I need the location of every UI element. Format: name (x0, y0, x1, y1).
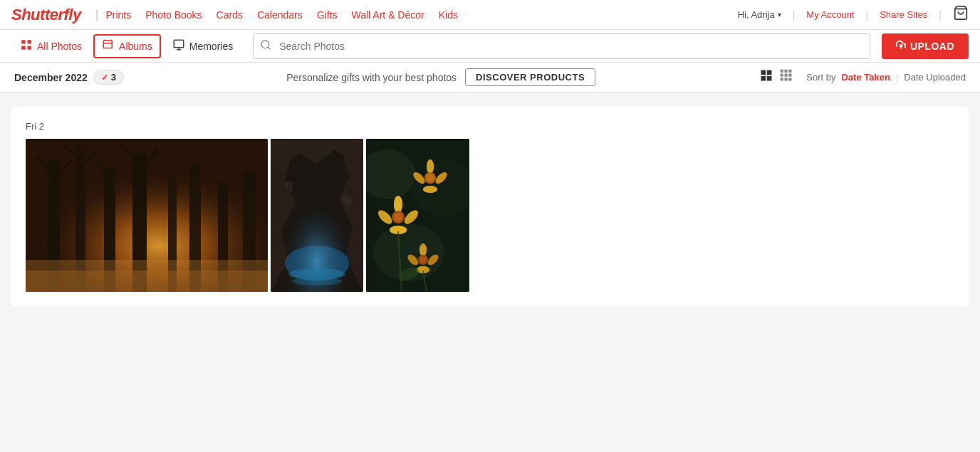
date-label: December 2022 ✓ 3 (14, 70, 124, 85)
sort-date-taken[interactable]: Date Taken (841, 72, 890, 83)
search-icon (260, 39, 271, 53)
svg-rect-17 (789, 70, 792, 73)
all-photos-tab[interactable]: All Photos (11, 34, 90, 58)
svg-rect-21 (781, 78, 783, 80)
photo-cave[interactable] (271, 139, 363, 292)
top-nav-right: Hi, Adrija ▾ | My Account | Share Sites … (738, 5, 969, 24)
photo-row (26, 139, 954, 292)
sep-1: | (793, 9, 796, 21)
sep-2: | (866, 9, 869, 21)
memories-label: Memories (189, 41, 233, 52)
albums-tab[interactable]: Albums (93, 34, 161, 58)
all-photos-icon (20, 38, 33, 54)
day-label: Fri 2 (26, 121, 954, 132)
sort-separator: | (896, 72, 898, 83)
photo-flowers[interactable] (366, 139, 469, 292)
nav-link-calendars[interactable]: Calendars (257, 9, 303, 21)
photo-forest[interactable] (26, 139, 268, 292)
albums-label: Albums (119, 41, 152, 52)
memories-icon (172, 38, 185, 54)
greeting-text: Hi, Adrija (738, 9, 775, 20)
sort-date-uploaded[interactable]: Date Uploaded (904, 72, 966, 83)
search-input[interactable] (253, 33, 870, 59)
memories-tab[interactable]: Memories (164, 34, 241, 58)
my-account-link[interactable]: My Account (806, 9, 854, 20)
svg-rect-18 (781, 74, 783, 77)
nav-link-prints[interactable]: Prints (105, 9, 131, 21)
svg-rect-16 (785, 70, 788, 73)
toolbar-row: December 2022 ✓ 3 Personalize gifts with… (0, 63, 980, 93)
svg-rect-15 (781, 70, 783, 73)
sort-controls: Sort by Date Taken | Date Uploaded (806, 72, 966, 83)
nav-link-cards[interactable]: Cards (217, 9, 243, 21)
svg-rect-19 (785, 74, 788, 77)
sort-label: Sort by (806, 72, 835, 83)
user-menu-chevron: ▾ (778, 11, 781, 19)
all-photos-label: All Photos (37, 41, 82, 52)
svg-rect-20 (789, 74, 792, 77)
svg-rect-7 (174, 40, 184, 48)
share-sites-link[interactable]: Share Sites (880, 9, 927, 20)
svg-point-77 (419, 243, 427, 256)
logo[interactable]: Shutterfly (11, 6, 81, 24)
albums-icon (102, 38, 115, 54)
svg-rect-1 (21, 40, 25, 43)
svg-rect-2 (28, 40, 31, 43)
svg-rect-12 (767, 70, 772, 75)
small-grid-view-button[interactable] (778, 67, 795, 88)
nav-link-photo-books[interactable]: Photo Books (145, 9, 202, 21)
svg-point-82 (420, 257, 426, 263)
svg-point-72 (394, 213, 402, 221)
svg-point-57 (427, 159, 434, 174)
svg-point-67 (394, 196, 402, 213)
nav-link-wall-art[interactable]: Wall Art & Décor (352, 9, 424, 21)
svg-point-59 (423, 186, 437, 193)
photo-area: Fri 2 (11, 107, 969, 306)
nav-links: Prints Photo Books Cards Calendars Gifts… (105, 9, 737, 21)
svg-point-48 (292, 277, 342, 285)
svg-rect-11 (761, 70, 766, 75)
view-controls (758, 67, 795, 88)
top-navigation: Shutterfly | Prints Photo Books Cards Ca… (0, 0, 980, 30)
count-number: 3 (111, 72, 116, 83)
svg-rect-43 (26, 139, 268, 292)
svg-rect-23 (789, 78, 792, 80)
svg-rect-5 (103, 41, 112, 48)
svg-rect-3 (21, 46, 25, 49)
user-greeting[interactable]: Hi, Adrija ▾ (738, 9, 781, 20)
personalize-section: Personalize gifts with your best photos … (124, 68, 758, 86)
logo-text: Shutterfly (11, 6, 81, 24)
date-text: December 2022 (14, 72, 88, 83)
svg-rect-22 (785, 78, 788, 80)
sep-3: | (939, 9, 942, 21)
count-badge[interactable]: ✓ 3 (93, 70, 124, 85)
checkmark-icon: ✓ (101, 73, 108, 83)
sub-navigation: All Photos Albums Memories (0, 30, 980, 63)
upload-icon (896, 40, 906, 52)
svg-line-9 (268, 47, 270, 49)
svg-rect-14 (767, 76, 772, 81)
cart-icon[interactable] (953, 5, 969, 24)
discover-products-button[interactable]: DISCOVER PRODUCTS (465, 68, 595, 86)
svg-point-8 (261, 41, 269, 48)
svg-point-62 (427, 174, 434, 182)
svg-rect-4 (28, 46, 31, 49)
upload-label: UPLOAD (910, 41, 954, 52)
nav-link-kids[interactable]: Kids (439, 9, 458, 21)
personalize-label: Personalize gifts with your best photos (286, 72, 457, 83)
sub-nav-left: All Photos Albums Memories (11, 34, 241, 58)
nav-link-gifts[interactable]: Gifts (317, 9, 338, 21)
nav-divider: | (95, 7, 99, 22)
svg-rect-13 (761, 76, 766, 81)
search-bar (253, 33, 870, 59)
grid-view-button[interactable] (758, 67, 775, 88)
upload-button[interactable]: UPLOAD (882, 33, 969, 59)
